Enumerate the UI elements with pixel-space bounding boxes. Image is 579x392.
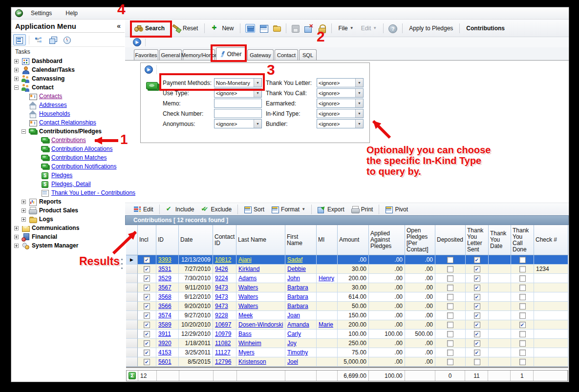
column-header-amount[interactable]: Amount bbox=[338, 225, 369, 255]
tree-item-contributions[interactable]: Contributions bbox=[11, 136, 125, 144]
tree-item-canvassing[interactable]: Canvassing bbox=[11, 74, 125, 83]
tyl-checkbox[interactable] bbox=[474, 312, 480, 319]
column-header-open[interactable]: Open Pledges [Per Contact] bbox=[405, 225, 435, 255]
tyc-checkbox[interactable] bbox=[519, 275, 526, 282]
last-cell[interactable]: Adams bbox=[236, 274, 285, 283]
incl-checkbox[interactable] bbox=[144, 340, 150, 347]
first-cell[interactable]: Joan bbox=[285, 311, 317, 320]
cid-cell[interactable]: 9473 bbox=[213, 292, 236, 302]
cid-link[interactable]: 11082 bbox=[215, 340, 231, 347]
first-link[interactable]: Joy bbox=[287, 340, 297, 347]
in-kind-type-select[interactable]: <ignore>▼ bbox=[317, 109, 364, 118]
last-cell[interactable]: Kristenson bbox=[236, 357, 285, 367]
last-cell[interactable]: Ajani bbox=[236, 255, 285, 265]
id-link[interactable]: 3568 bbox=[158, 293, 172, 300]
cid-cell[interactable]: 10979 bbox=[213, 330, 236, 339]
file-menu-button[interactable]: File▼ bbox=[336, 23, 356, 33]
check-number-input[interactable] bbox=[214, 109, 262, 118]
incl-checkbox[interactable] bbox=[144, 257, 150, 263]
row-selector-cell[interactable] bbox=[126, 283, 138, 292]
cid-link[interactable]: 9224 bbox=[215, 275, 228, 282]
row-selector-cell[interactable] bbox=[126, 357, 138, 367]
column-header-date[interactable]: Date bbox=[179, 225, 213, 255]
tab-memory-honor[interactable]: Memory/Honor bbox=[183, 49, 215, 60]
row-selector-cell[interactable]: ▶ bbox=[126, 255, 138, 265]
payment-methods-select[interactable]: Non-Monetary▼ bbox=[214, 78, 262, 87]
mi-cell[interactable] bbox=[317, 255, 338, 265]
id-link[interactable]: 3589 bbox=[158, 321, 172, 328]
cid-link[interactable]: 12796 bbox=[215, 358, 231, 365]
tyc-checkbox[interactable] bbox=[519, 294, 526, 300]
lock-button[interactable] bbox=[317, 23, 327, 33]
last-cell[interactable]: Dosen-Windorski bbox=[236, 320, 285, 330]
tab-contact[interactable]: Contact bbox=[275, 49, 298, 60]
first-link[interactable]: Barbara bbox=[287, 293, 308, 300]
first-cell[interactable]: Barbara bbox=[285, 283, 317, 292]
tyl-checkbox[interactable] bbox=[474, 331, 480, 337]
first-link[interactable]: John bbox=[287, 275, 300, 282]
expand-icon[interactable] bbox=[14, 68, 19, 72]
first-link[interactable]: Carly bbox=[287, 330, 301, 337]
first-link[interactable]: Sadaf bbox=[287, 256, 302, 263]
edit-button[interactable]: Edit bbox=[131, 205, 156, 214]
tree-item-financial[interactable]: Financial bbox=[11, 232, 125, 241]
expand-icon[interactable] bbox=[14, 59, 19, 63]
last-cell[interactable]: Meek bbox=[236, 311, 285, 320]
last-link[interactable]: Adams bbox=[238, 275, 257, 282]
tree-item-contribution-notifications[interactable]: Contribution Notifications bbox=[11, 162, 125, 171]
mi-cell[interactable]: Marie bbox=[317, 320, 338, 330]
tree-item-product-sales[interactable]: Product Sales bbox=[11, 206, 125, 215]
last-cell[interactable]: Kirkland bbox=[236, 265, 285, 274]
expand-icon[interactable] bbox=[21, 200, 26, 204]
row-selector-cell[interactable] bbox=[126, 311, 138, 320]
column-header-tyl[interactable]: Thank You Letter Sent bbox=[466, 225, 489, 255]
tyl-checkbox[interactable] bbox=[474, 285, 480, 291]
grid-view-button[interactable] bbox=[258, 23, 269, 33]
tree-view-button[interactable] bbox=[32, 34, 45, 45]
mi-link[interactable]: Marie bbox=[319, 321, 333, 328]
cascade-view-button[interactable] bbox=[46, 34, 59, 45]
last-cell[interactable]: Walters bbox=[236, 283, 285, 292]
cid-link[interactable]: 9228 bbox=[215, 312, 228, 319]
first-cell[interactable]: Barbara bbox=[285, 292, 317, 302]
id-link[interactable]: 3574 bbox=[158, 312, 172, 319]
dep-checkbox[interactable] bbox=[447, 359, 453, 365]
last-link[interactable]: Bass bbox=[238, 330, 252, 337]
column-header-sel[interactable] bbox=[126, 225, 138, 255]
recent-button[interactable] bbox=[61, 34, 73, 45]
id-link[interactable]: 3393 bbox=[158, 256, 172, 263]
dep-checkbox[interactable] bbox=[447, 257, 453, 263]
tree-item-contributions-pledges[interactable]: Contributions/Pledges bbox=[11, 127, 125, 136]
id-cell[interactable]: 3566 bbox=[156, 302, 179, 311]
first-link[interactable]: Amanda bbox=[287, 321, 309, 328]
tree-item-contacts[interactable]: Contacts bbox=[11, 92, 125, 101]
id-cell[interactable]: 3568 bbox=[156, 292, 179, 302]
bundler-select[interactable]: <ignore>▼ bbox=[317, 119, 364, 128]
reset-button[interactable]: Reset bbox=[170, 23, 200, 34]
mi-cell[interactable] bbox=[317, 348, 338, 357]
last-link[interactable]: Kirkland bbox=[238, 266, 259, 272]
memo-input[interactable] bbox=[214, 99, 262, 108]
cid-cell[interactable]: 11082 bbox=[213, 339, 236, 348]
export-button[interactable]: Export bbox=[315, 205, 347, 214]
dep-checkbox[interactable] bbox=[447, 312, 453, 319]
format-button[interactable]: Format▼ bbox=[269, 205, 308, 214]
last-cell[interactable]: Walters bbox=[236, 302, 285, 311]
tyc-checkbox[interactable] bbox=[519, 312, 526, 319]
column-header-id[interactable]: ID bbox=[156, 225, 179, 255]
save-button[interactable] bbox=[290, 23, 301, 33]
exclude-button[interactable]: Exclude bbox=[198, 205, 234, 214]
tyc-checkbox[interactable] bbox=[519, 359, 526, 365]
id-cell[interactable]: 3393 bbox=[156, 255, 179, 265]
tyl-checkbox[interactable] bbox=[474, 340, 480, 347]
collapse-icon[interactable] bbox=[21, 129, 26, 134]
dep-checkbox[interactable] bbox=[447, 340, 453, 347]
id-link[interactable]: 3911 bbox=[158, 330, 171, 337]
tyc-checkbox[interactable] bbox=[519, 285, 526, 291]
last-link[interactable]: Winheim bbox=[238, 340, 261, 347]
use-type-select[interactable]: <ignore>▼ bbox=[214, 88, 262, 98]
tyl-checkbox[interactable] bbox=[474, 303, 480, 309]
tree-item-contact-relationships[interactable]: Contact Relationships bbox=[11, 118, 125, 127]
expand-icon[interactable] bbox=[14, 244, 19, 248]
id-cell[interactable]: 3567 bbox=[156, 283, 179, 292]
